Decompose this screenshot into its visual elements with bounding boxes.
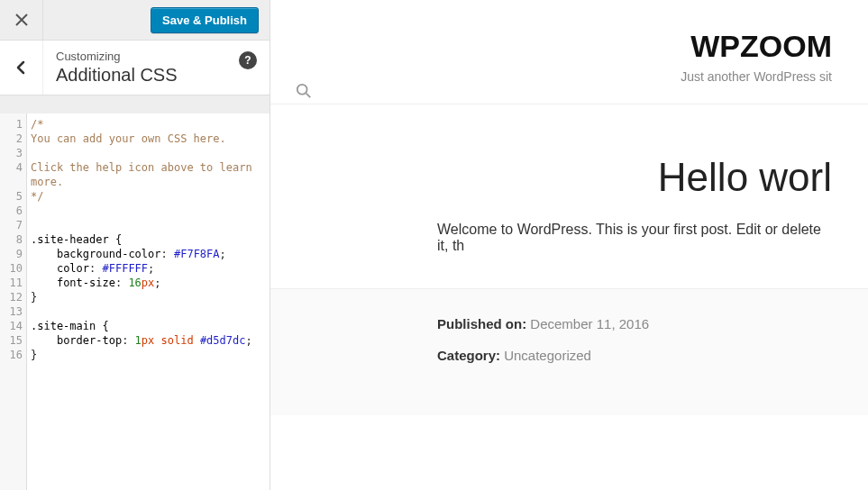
preview-main: Hello worl Welcome to WordPress. This is…: [270, 104, 868, 288]
section-title-wrap: Customizing Additional CSS ?: [43, 41, 270, 95]
code-content[interactable]: /* You can add your own CSS here. Click …: [27, 113, 270, 490]
section-title: Additional CSS: [56, 65, 257, 86]
close-customizer-button[interactable]: [0, 0, 43, 40]
line-numbers: 1234 5678910111213141516: [0, 113, 27, 490]
search-icon: [296, 83, 312, 99]
search-button[interactable]: [296, 83, 312, 102]
section-breadcrumb: Customizing: [56, 50, 257, 63]
post-body: Welcome to WordPress. This is your first…: [437, 222, 832, 254]
category-label: Category:: [437, 348, 500, 363]
customizer-sidebar: Save & Publish Customizing Additional CS…: [0, 0, 270, 490]
css-editor[interactable]: 1234 5678910111213141516 /* You can add …: [0, 113, 270, 490]
back-button[interactable]: [0, 41, 43, 95]
preview-header: WPZOOM Just another WordPress sit: [270, 0, 868, 104]
published-row: Published on: December 11, 2016: [437, 316, 832, 331]
site-tagline: Just another WordPress sit: [306, 69, 832, 84]
save-area: Save & Publish: [43, 0, 270, 40]
site-preview: WPZOOM Just another WordPress sit Hello …: [270, 0, 868, 490]
sidebar-top-bar: Save & Publish: [0, 0, 270, 41]
section-header: Customizing Additional CSS ?: [0, 41, 270, 95]
chevron-left-icon: [14, 60, 29, 75]
help-icon[interactable]: ?: [239, 51, 257, 69]
category-row: Category: Uncategorized: [437, 348, 832, 363]
svg-point-0: [297, 85, 307, 95]
post-title[interactable]: Hello worl: [437, 155, 832, 200]
close-icon: [15, 14, 28, 26]
post-meta: Published on: December 11, 2016 Category…: [270, 288, 868, 415]
published-label: Published on:: [437, 316, 526, 331]
save-publish-button[interactable]: Save & Publish: [151, 7, 259, 33]
site-title[interactable]: WPZOOM: [306, 29, 832, 64]
